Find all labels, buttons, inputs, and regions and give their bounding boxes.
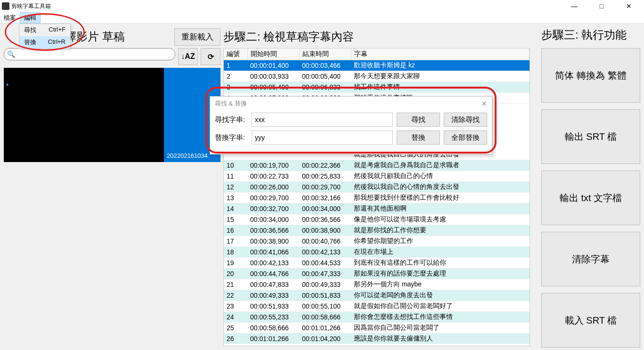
table-row[interactable]: 200:00:03,93300:00:05,400那今天想要來跟大家聊 (224, 71, 530, 82)
col-end[interactable]: 結束時間 (299, 49, 351, 60)
table-row[interactable]: 1600:00:36,56600:00:38,900就是那你找的工作你想要 (224, 225, 530, 236)
subtitle-table[interactable]: 編號 開始時間 結束時間 字幕 100:00:01,40000:00:03,46… (223, 48, 530, 346)
clear-subtitles-button[interactable]: 清除字幕 (541, 232, 640, 286)
table-row[interactable]: 2500:00:58,66600:01:01,266因爲當你自己開公司當老闆了 (224, 323, 530, 334)
replace-button[interactable]: 替換 (397, 130, 440, 145)
table-row[interactable]: 300:00:05,40000:00:06,833找工作這件事情 (224, 82, 530, 93)
find-button[interactable]: 尋找 (397, 113, 440, 127)
menubar: 檔案 編輯 (0, 12, 644, 24)
table-row[interactable]: 1400:00:32,70000:00:34,000那還有其他面相啊 (224, 203, 530, 214)
search-input[interactable] (15, 51, 172, 58)
replace-input[interactable] (252, 130, 393, 145)
table-row[interactable]: 2300:00:51,93300:00:55,100就是假如你自己開公司當老闆好… (224, 301, 530, 312)
clear-find-button[interactable]: 清除尋找 (444, 113, 487, 127)
menu-file[interactable]: 檔案 (0, 12, 20, 23)
reload-button[interactable]: 重新載入 (174, 28, 220, 46)
video-preview: ▸ (4, 68, 164, 162)
dropdown-find[interactable]: 尋找 Ctrl+F (19, 24, 70, 36)
table-row[interactable]: 2200:00:49,33300:00:51,833你可以從老闆的角度去出發 (224, 290, 530, 301)
col-num[interactable]: 編號 (224, 49, 247, 60)
table-row[interactable]: 2600:01:01,26600:01:04,200應該是你你就要去僱傭別人 (224, 334, 530, 344)
table-row[interactable]: 1500:00:34,00000:00:36,566像是他你可以從市場環境去考慮 (224, 214, 530, 225)
app-icon (2, 2, 9, 10)
dialog-close-icon[interactable]: ✕ (481, 100, 487, 107)
table-row[interactable]: 100:00:01,40000:00:03,466歡迎收聽卡斯姆是 kz (224, 60, 530, 71)
table-row[interactable]: 2400:00:55,23300:00:58,666那你會怎麼樣去想找工作這些事… (224, 312, 530, 323)
dropdown-replace[interactable]: 替換 Ctrl+R (19, 36, 70, 49)
table-row[interactable]: 1800:00:41,06600:00:42,133在現在市場上 (224, 247, 530, 258)
convert-button[interactable]: 简体 轉換為 繁體 (541, 48, 640, 103)
find-label: 尋找字串: (215, 115, 248, 124)
table-row[interactable]: 1200:00:26,00000:00:29,700然後我以我自己的心情的角度去… (224, 182, 530, 193)
table-row[interactable]: 1000:00:19,70000:00:22,366就是考慮我自己身爲我自己是求… (224, 160, 530, 171)
close-button[interactable]: ✕ (620, 2, 638, 10)
table-row[interactable]: 1300:00:29,70000:00:32,166那我想要找到什麼樣的工作會比… (224, 193, 530, 203)
refresh-button[interactable]: ⟳ (201, 48, 220, 65)
sort-button[interactable]: ↓AZ (178, 48, 198, 65)
window-title: 剪映字幕工具箱 (11, 2, 565, 10)
menu-edit[interactable]: 編輯 (20, 12, 41, 23)
search-box[interactable]: 🔍 (4, 48, 175, 60)
export-srt-button[interactable]: 輸出 SRT 檔 (541, 109, 640, 164)
find-input[interactable] (252, 113, 393, 127)
step3-header: 步驟三: 執行功能 (541, 27, 627, 42)
maximize-button[interactable]: □ (592, 2, 611, 10)
table-row[interactable]: 1100:00:22,73300:00:25,833然後我就只顧我自己的心情 (224, 171, 530, 182)
col-sub[interactable]: 字幕 (351, 49, 530, 60)
edit-dropdown: 尋找 Ctrl+F 替換 Ctrl+R (19, 24, 71, 49)
load-srt-button[interactable]: 載入 SRT 檔 (541, 293, 640, 348)
search-icon: 🔍 (7, 50, 15, 58)
table-row[interactable]: 2000:00:44,76600:00:47,333那如果沒有的話你要怎麼去處理 (224, 269, 530, 279)
preview-marker-icon: ▸ (7, 82, 9, 87)
table-row[interactable]: 1700:00:38,90000:00:40,766你希望你期望的工作 (224, 236, 530, 247)
table-row[interactable]: 1900:00:42,13300:00:44,533到底有沒有這樣的工作可以給你 (224, 258, 530, 269)
replace-all-button[interactable]: 全部替換 (444, 130, 487, 145)
minimize-button[interactable]: — (565, 2, 584, 10)
titlebar: 剪映字幕工具箱 — □ ✕ (0, 0, 644, 12)
export-txt-button[interactable]: 輸出 txt 文字檔 (541, 171, 640, 225)
draft-timestamp: 202202161034 (167, 152, 208, 159)
find-replace-dialog: 尋找 & 替換 ✕ 尋找字串: 尋找 清除尋找 替換字串: 替換 全部替換 (210, 96, 492, 155)
step1-label: 釋影片 草稿 (65, 29, 125, 44)
step2-header: 步驟二: 檢視草稿字幕內容 (223, 29, 354, 44)
table-row[interactable]: 2100:00:47,83300:00:49,333那另外一個方向 maybe (224, 279, 530, 290)
dialog-title: 尋找 & 替換 (215, 99, 247, 108)
table-scrollbar[interactable] (530, 48, 538, 346)
replace-label: 替換字串: (215, 133, 248, 142)
col-start[interactable]: 開始時間 (247, 49, 299, 60)
